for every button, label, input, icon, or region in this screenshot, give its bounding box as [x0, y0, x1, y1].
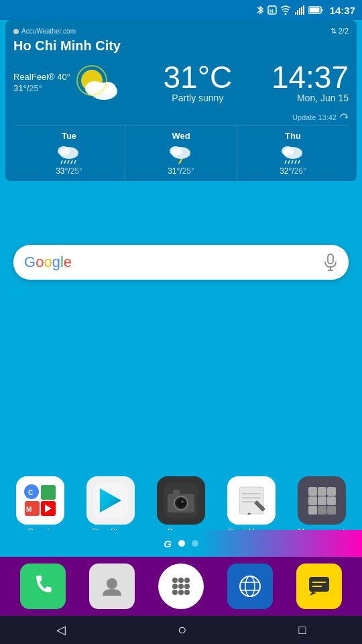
update-text: Update 13:42 [292, 113, 337, 121]
forecast-tue-range: 33°/25° [16, 166, 122, 176]
weather-widget: AccuWeather.com ⇅ 2/2 Ho Chi Minh City R… [5, 20, 357, 181]
back-button[interactable]: ◁ [56, 623, 66, 637]
wed-low: 25° [182, 166, 194, 176]
thu-high: 32°/ [280, 166, 294, 176]
weather-temp: 31°C [124, 62, 272, 93]
svg-point-77 [184, 590, 190, 595]
svg-rect-3 [295, 12, 296, 15]
weather-range: 31°/25° [13, 83, 70, 93]
svg-rect-6 [301, 7, 302, 15]
partly-sunny-icon [70, 59, 124, 106]
forecast-thu-name: Thu [240, 131, 346, 141]
svg-point-75 [172, 590, 178, 595]
svg-point-72 [172, 584, 178, 589]
app-google[interactable]: C M Google [8, 476, 72, 537]
forecast-day-wed: Wed 31°/25° [125, 125, 237, 181]
status-icons: N [256, 5, 323, 15]
refresh-icon[interactable] [339, 113, 349, 122]
app-camera[interactable]: Camera [149, 476, 213, 537]
camera-icon-svg [164, 483, 198, 518]
google-app-icon-svg: C M [23, 483, 58, 518]
dock-browser[interactable] [227, 564, 273, 609]
google-logo: Google [24, 254, 72, 271]
svg-point-71 [184, 578, 190, 583]
forecast-wed-range: 31°/25° [128, 166, 234, 176]
svg-line-20 [68, 160, 69, 164]
svg-rect-60 [318, 487, 326, 496]
svg-rect-4 [297, 10, 298, 15]
nav-bar: ◁ ○ □ [0, 616, 362, 644]
search-bar[interactable]: Google [13, 245, 349, 280]
svg-line-21 [71, 160, 72, 164]
svg-rect-64 [327, 496, 336, 505]
svg-line-22 [74, 160, 76, 164]
svg-rect-61 [327, 487, 336, 496]
dock-messages[interactable] [296, 564, 342, 609]
weather-header: AccuWeather.com ⇅ 2/2 [13, 27, 349, 36]
app-playstore[interactable]: Play Store [78, 476, 143, 537]
svg-rect-7 [303, 5, 304, 15]
svg-point-2 [284, 13, 286, 15]
weather-icon-big [70, 59, 124, 106]
svg-line-29 [292, 160, 293, 164]
weather-update: Update 13:42 [13, 110, 349, 125]
weather-left: RealFeel® 40° 31°/25° [13, 72, 70, 93]
svg-point-24 [170, 146, 182, 156]
weather-desc: Partly sunny [124, 93, 272, 103]
svg-rect-67 [327, 506, 336, 515]
svg-line-31 [298, 160, 300, 164]
phone-icon [31, 574, 55, 598]
svg-point-79 [245, 576, 255, 596]
mic-icon[interactable] [323, 253, 338, 272]
g-page-indicator: G [164, 538, 172, 549]
weather-pages: ⇅ 2/2 [330, 27, 349, 36]
browser-icon [238, 574, 262, 598]
svg-rect-50 [173, 490, 180, 494]
wed-high: 31°/ [168, 166, 182, 176]
svg-rect-32 [328, 254, 333, 264]
svg-point-14 [100, 82, 116, 95]
page-arrows: ⇅ [330, 27, 339, 35]
weather-range-low: 25° [29, 83, 42, 93]
dock-contacts[interactable] [89, 564, 135, 609]
playstore-icon-svg [93, 483, 128, 518]
svg-line-19 [64, 160, 66, 164]
svg-rect-66 [318, 506, 326, 515]
app-management[interactable]: Management [290, 476, 354, 537]
weather-realfeel: RealFeel® 40° [13, 72, 70, 82]
svg-point-74 [184, 584, 190, 589]
forecast-wed-name: Wed [128, 131, 234, 141]
home-button[interactable]: ○ [178, 621, 186, 639]
management-icon-svg [304, 483, 339, 518]
svg-point-78 [240, 576, 260, 596]
page-dot-1 [178, 540, 185, 547]
weather-source: AccuWeather.com [13, 28, 76, 35]
weather-center: 31°C Partly sunny [124, 62, 272, 103]
svg-point-49 [181, 501, 183, 503]
messages-icon [307, 574, 331, 598]
svg-text:N: N [269, 8, 274, 14]
svg-point-17 [58, 146, 70, 156]
svg-point-69 [172, 578, 178, 583]
thu-low: 26° [294, 166, 306, 176]
svg-rect-5 [299, 8, 300, 15]
weather-source-text: AccuWeather.com [21, 28, 76, 35]
svg-rect-9 [309, 8, 319, 13]
app-row: C M Google [0, 476, 362, 537]
bluetooth-icon [256, 5, 264, 15]
app-quickmemo[interactable]: QuickMemo+ [219, 476, 284, 537]
dock-apps[interactable] [158, 564, 204, 609]
svg-line-28 [288, 160, 290, 164]
recent-button[interactable]: □ [298, 623, 306, 637]
svg-point-68 [107, 578, 117, 589]
dock [0, 557, 362, 616]
svg-point-70 [178, 578, 184, 583]
page-indicator-strip: G [0, 530, 362, 557]
signal-icon [294, 5, 305, 15]
page-count: 2/2 [339, 27, 349, 35]
svg-rect-65 [308, 506, 317, 515]
svg-rect-10 [321, 9, 322, 11]
forecast-day-tue: Tue 33°/25° [13, 125, 125, 181]
svg-rect-59 [308, 487, 317, 496]
dock-phone[interactable] [20, 564, 66, 609]
